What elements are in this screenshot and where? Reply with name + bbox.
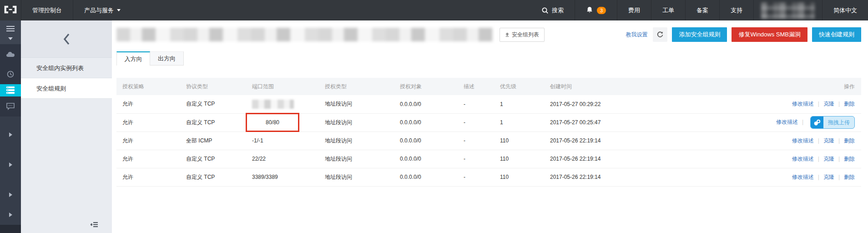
action-separator: | (818, 174, 819, 180)
clone-link[interactable]: 克隆 (823, 174, 834, 180)
nav-beian[interactable]: 备案 (685, 0, 719, 20)
table-header-row: 授权策略 协议类型 端口范围 授权类型 授权对象 描述 优先级 创建时间 操作 (116, 78, 861, 95)
delete-link[interactable]: 删除 (844, 137, 855, 144)
arrow-right-icon (9, 162, 12, 167)
collapse-panel-button[interactable] (91, 221, 98, 229)
cell-priority: 1 (494, 95, 544, 113)
edit-description-link[interactable]: 修改描述 (792, 137, 814, 144)
sidebar-back-button[interactable] (21, 20, 112, 58)
direction-tabs: 入方向 出方向 (116, 51, 861, 66)
delete-link[interactable]: 删除 (844, 101, 855, 107)
rail-expand-group-1[interactable] (0, 125, 21, 145)
sidebar-item-security-rules[interactable]: 安全组规则 (21, 78, 112, 99)
col-auth-type: 授权类型 (319, 78, 394, 95)
cell-created: 2017-05-26 22:19:14 (544, 168, 722, 186)
edit-description-link[interactable]: 修改描述 (792, 101, 814, 107)
teach-me-link[interactable]: 教我设置 (626, 31, 647, 39)
rules-table: 授权策略 协议类型 端口范围 授权类型 授权对象 描述 优先级 创建时间 操作 … (116, 78, 861, 187)
cell-protocol: 自定义 TCP (180, 168, 246, 186)
rail-top-segment (0, 20, 21, 44)
col-priority: 优先级 (494, 78, 544, 95)
nav-console-label: 管理控制台 (32, 6, 62, 15)
cell-created: 2017-05-26 22:19:14 (544, 150, 722, 168)
tab-inbound[interactable]: 入方向 (116, 51, 150, 66)
aliyun-logo[interactable] (0, 0, 21, 20)
cell-auth-object: 0.0.0.0/0 (394, 95, 458, 113)
clone-link[interactable]: 克隆 (823, 101, 834, 107)
cell-port-range: 80/80 (246, 113, 319, 132)
nav-ticket[interactable]: 工单 (651, 0, 685, 20)
clone-link[interactable]: 克隆 (823, 156, 834, 162)
cloud-icon (5, 51, 15, 58)
nav-products-menu[interactable]: 产品与服务 (73, 0, 131, 20)
clone-link[interactable]: 克隆 (823, 137, 834, 144)
delete-link[interactable]: 删除 (844, 156, 855, 162)
netdisk-logo-icon (811, 116, 823, 129)
cell-auth-type: 地址段访问 (319, 150, 394, 168)
action-separator: | (838, 101, 840, 107)
sidebar-item-cloud[interactable] (0, 44, 21, 64)
cell-created: 2017-05-27 00:25:47 (544, 113, 722, 132)
sidebar-item-ecs-active[interactable] (0, 84, 21, 96)
cell-actions: 修改描述|克隆|删除 (722, 168, 861, 186)
nav-billing[interactable]: 费用 (617, 0, 651, 20)
rail-expand-group-3[interactable] (0, 185, 21, 205)
edit-description-link[interactable]: 修改描述 (776, 119, 798, 125)
nav-support-label: 支持 (731, 6, 742, 15)
cell-protocol: 自定义 TCP (180, 150, 246, 168)
menu-toggle-button[interactable] (0, 25, 21, 33)
cell-auth-type: 地址段访问 (319, 132, 394, 150)
delete-link[interactable]: 删除 (844, 174, 855, 180)
action-separator: | (838, 174, 840, 180)
nav-ticket-label: 工单 (662, 6, 674, 15)
cell-protocol: 自定义 TCP (180, 113, 246, 132)
nav-search-label: 搜索 (552, 6, 564, 15)
cell-protocol: 自定义 TCP (180, 95, 246, 113)
nav-language[interactable]: 简体中文 (822, 0, 868, 20)
cell-actions: 修改描述|克隆|删除 (722, 95, 861, 113)
cell-auth-object: 0.0.0.0/0 (394, 150, 458, 168)
fix-smb-button[interactable]: 修复Windows SMB漏洞 (732, 27, 807, 42)
bell-icon (586, 6, 593, 14)
nav-console[interactable]: 管理控制台 (21, 0, 73, 20)
action-separator: | (818, 137, 819, 144)
quick-create-button[interactable]: 快速创建规则 (812, 27, 861, 42)
cell-description: - (458, 95, 494, 113)
refresh-button[interactable] (653, 27, 667, 42)
nav-notifications[interactable]: 3 (575, 0, 617, 20)
rail-expand-group-4[interactable] (0, 205, 21, 225)
table-row: 允许自定义 TCP地址段访问0.0.0.0/0-12017-05-27 00:2… (116, 95, 861, 113)
nav-billing-label: 费用 (628, 6, 640, 15)
back-to-list-button[interactable]: 安全组列表 (500, 28, 545, 42)
rail-footer-segment (0, 225, 21, 233)
cell-description: - (458, 150, 494, 168)
nav-support[interactable]: 支持 (719, 0, 753, 20)
rail-expand-group-2[interactable] (0, 155, 21, 175)
rail-expander[interactable] (0, 37, 21, 40)
edit-description-link[interactable]: 修改描述 (792, 174, 814, 180)
arrow-right-icon (9, 132, 12, 137)
tab-outbound[interactable]: 出方向 (150, 51, 184, 66)
refresh-icon (656, 31, 664, 38)
cell-policy: 允许 (116, 132, 180, 150)
nav-account[interactable] (753, 0, 822, 20)
nav-search[interactable]: 搜索 (530, 0, 575, 20)
sidebar-item-console[interactable] (0, 96, 21, 116)
sidebar-item-instance-list[interactable]: 安全组内实例列表 (21, 58, 112, 78)
cell-actions: 修改描述|拖拽上传 (722, 113, 861, 132)
col-policy: 授权策略 (116, 78, 180, 95)
nav-language-label: 简体中文 (833, 6, 857, 15)
col-created: 创建时间 (544, 78, 722, 95)
add-rule-button[interactable]: 添加安全组规则 (672, 27, 727, 42)
rail-mid-segment (0, 96, 21, 116)
arrow-right-icon (9, 192, 12, 197)
cell-port-range: 22/22 (246, 150, 319, 168)
cell-actions: 修改描述|克隆|删除 (722, 150, 861, 168)
action-separator: | (818, 101, 819, 107)
edit-description-link[interactable]: 修改描述 (792, 156, 814, 162)
page-header: 安全组列表 教我设置 添加安全组规则 修复Windows SMB漏洞 快速创建规… (116, 27, 861, 42)
sidebar-item-history[interactable] (0, 64, 21, 84)
col-port-range: 端口范围 (246, 78, 319, 95)
cell-port-range (246, 95, 319, 113)
drag-upload-overlay-button[interactable]: 拖拽上传 (810, 116, 855, 129)
